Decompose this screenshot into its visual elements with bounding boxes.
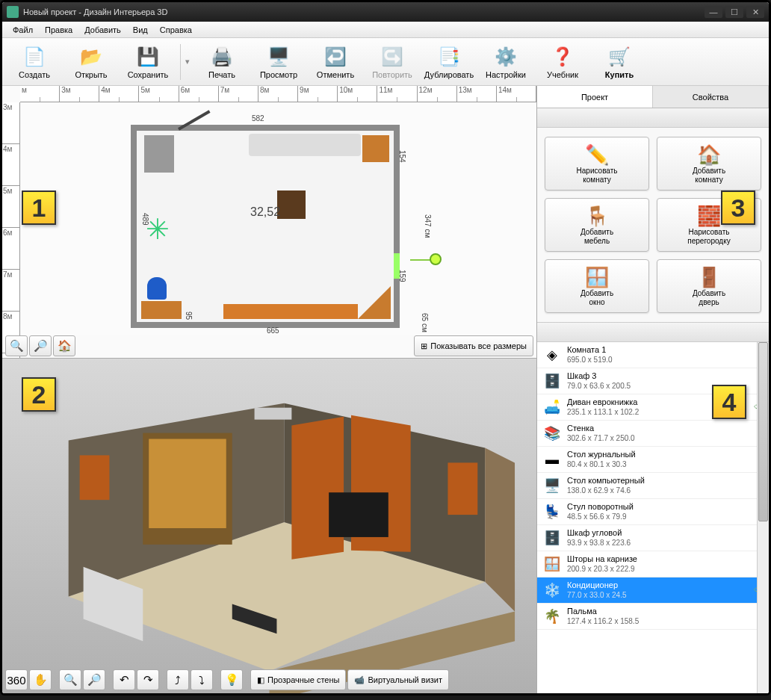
badge-1: 1 [22, 191, 56, 225]
toolbar-Отменить[interactable]: ↩️Отменить [308, 40, 363, 84]
toolbar-Купить[interactable]: 🛒Купить [592, 40, 647, 84]
tilt-down-button[interactable]: ⤵ [191, 669, 213, 690]
toolbar-Дублировать[interactable]: 📑Дублировать [421, 40, 477, 84]
Учебник-icon: ❓ [551, 45, 575, 69]
plan-2d-view[interactable]: м3м4м5м6м7м8м9м10м11м12м13м14м 3м4м5м6м7… [2, 86, 536, 359]
Сохранить-icon: 💾 [136, 45, 160, 69]
zoom-out-3d-button[interactable]: 🔍 [59, 669, 81, 690]
room-outline[interactable]: ✳ 32,52 [131, 125, 400, 328]
tab-properties[interactable]: Свойства [653, 86, 769, 108]
tabs: Проект Свойства [537, 86, 769, 108]
toolbar-Создать[interactable]: 📄Создать [7, 40, 62, 84]
selection-line [410, 259, 431, 261]
object-Пальма[interactable]: 🌴Пальма127.4 x 116.2 x 158.5 [537, 604, 769, 630]
toolbar-Сохранить[interactable]: 💾Сохранить [120, 40, 176, 84]
minimize-button[interactable]: — [705, 6, 722, 18]
zoom-out-button[interactable]: 🔍 [5, 335, 28, 356]
Создать-icon: 📄 [22, 45, 46, 69]
object-Комната 1[interactable]: ◈Комната 1695.0 x 519.0 [537, 342, 769, 368]
home-button[interactable]: 🏠 [53, 335, 75, 356]
furniture-plant[interactable]: ✳ [146, 213, 180, 247]
action-Добавить-комнату[interactable]: 🏠Добавитькомнату [657, 137, 761, 191]
toolbar-Открыть[interactable]: 📂Открыть [64, 40, 119, 84]
titlebar: Новый проект - Дизайн Интерьера 3D — ☐ ✕ [2, 2, 769, 22]
dim-right: 347 см [424, 214, 432, 238]
dim-bl: 95 [185, 312, 193, 320]
rotate-cw-button[interactable]: ↷ [137, 669, 159, 690]
tilt-up-button[interactable]: ⤴ [167, 669, 189, 690]
toolbar-Просмотр[interactable]: 🖥️Просмотр [251, 40, 306, 84]
panel-header [537, 108, 769, 128]
object-Шторы на карнизе[interactable]: 🪟Шторы на карнизе200.9 x 20.3 x 222.9 [537, 551, 769, 577]
svg-rect-9 [329, 492, 388, 537]
menu-Файл[interactable]: Файл [7, 23, 39, 37]
object-Стенка[interactable]: 📚Стенка302.6 x 71.7 x 250.0 [537, 421, 769, 447]
Настройки-icon: ⚙️ [494, 45, 518, 69]
Купить-icon: 🛒 [607, 45, 631, 69]
action-icon: 🪑 [585, 204, 609, 228]
virtual-visit-button[interactable]: 📹 Виртуальный визит [347, 669, 449, 690]
toolbar-Учебник[interactable]: ❓Учебник [535, 40, 590, 84]
object-icon: 🗄️ [543, 372, 561, 390]
light-button[interactable]: 💡 [220, 669, 243, 690]
toolbar-Настройки[interactable]: ⚙️Настройки [478, 40, 533, 84]
menu-Справка[interactable]: Справка [154, 23, 198, 37]
scrollbar[interactable] [757, 342, 769, 693]
menu-Правка[interactable]: Правка [39, 23, 78, 37]
object-icon: 🛋️ [543, 398, 561, 416]
toolbar-Печать[interactable]: 🖨️Печать [194, 40, 250, 84]
object-Стол журнальный[interactable]: ▬Стол журнальный80.4 x 80.1 x 30.3 [537, 447, 769, 473]
scroll-thumb[interactable] [758, 342, 768, 521]
svg-rect-12 [80, 455, 110, 500]
action-Добавить-мебель[interactable]: 🪑Добавитьмебель [545, 198, 649, 252]
zoom-in-button[interactable]: 🔎 [29, 335, 52, 356]
pan-button[interactable]: ✋ [29, 669, 52, 690]
toolbar: 📄Создать📂Открыть💾Сохранить▾🖨️Печать🖥️Про… [2, 38, 769, 86]
object-Стул поворотный[interactable]: 💺Стул поворотный48.5 x 56.6 x 79.9 [537, 499, 769, 525]
zoom-in-3d-button[interactable]: 🔎 [83, 669, 105, 690]
svg-rect-6 [149, 439, 226, 528]
action-Нарисовать-комнату[interactable]: ✏️Нарисоватькомнату [545, 137, 649, 191]
maximize-button[interactable]: ☐ [725, 6, 743, 18]
rotate-ccw-button[interactable]: ↶ [113, 669, 135, 690]
rotate-360-button[interactable]: 360 [5, 669, 28, 690]
furniture-wall-unit[interactable] [223, 304, 358, 319]
scene-3d [2, 359, 536, 693]
close-button[interactable]: ✕ [746, 6, 764, 18]
show-all-dims-button[interactable]: ⊞ Показывать все размеры [414, 335, 533, 356]
object-Шкаф угловой[interactable]: 🗄️Шкаф угловой93.9 x 93.8 x 223.6 [537, 525, 769, 551]
toolbar-dropdown[interactable]: ▾ [185, 57, 193, 66]
svg-rect-13 [448, 462, 477, 515]
Печать-icon: 🖨️ [210, 45, 234, 69]
object-Кондиционер[interactable]: ❄️Кондиционер77.0 x 33.0 x 24.5👁 [537, 577, 769, 604]
tab-project[interactable]: Проект [537, 86, 653, 108]
action-Добавить-окно[interactable]: 🪟Добавитьокно [545, 259, 649, 313]
menu-Добавить[interactable]: Добавить [78, 23, 127, 37]
selection-handle[interactable] [430, 253, 442, 265]
furniture-corner[interactable] [358, 286, 391, 319]
object-icon: ▬ [543, 450, 561, 468]
room-area: 32,52 [250, 205, 280, 219]
object-icon: 💺 [543, 503, 561, 521]
Открыть-icon: 📂 [79, 45, 103, 69]
action-Добавить-дверь[interactable]: 🚪Добавитьдверь [657, 259, 761, 313]
furniture-computer-desk[interactable] [141, 301, 182, 319]
action-icon: 🧱 [697, 204, 721, 228]
window-title: Новый проект - Дизайн Интерьера 3D [23, 7, 167, 16]
object-icon: 🪟 [543, 555, 561, 573]
door-swing[interactable] [178, 110, 211, 130]
furniture-table[interactable] [277, 191, 306, 219]
toolbar-Повторить[interactable]: ↪️Повторить [365, 40, 420, 84]
menubar: ФайлПравкаДобавитьВидСправка [2, 22, 769, 38]
transparent-walls-button[interactable]: ◧ Прозрачные стены [250, 669, 346, 690]
dim-bot: 665 [267, 326, 279, 335]
furniture-wardrobe[interactable] [144, 135, 174, 173]
furniture-chair[interactable] [147, 277, 167, 300]
object-Стол компьютерный[interactable]: 🖥️Стол компьютерный138.0 x 62.9 x 74.6 [537, 473, 769, 499]
furniture-sofa[interactable] [249, 134, 361, 156]
furniture-desk[interactable] [362, 135, 389, 162]
dimension-icon: ⊞ [421, 341, 427, 351]
menu-Вид[interactable]: Вид [127, 23, 154, 37]
canvas-2d[interactable]: ✳ 32,52 582 347 см 154 159 65 см 489 95 [20, 102, 536, 335]
view-3d[interactable]: 360 ✋ 🔍 🔎 ↶ ↷ ⤴ ⤵ 💡 ◧ Прозр [2, 359, 536, 693]
